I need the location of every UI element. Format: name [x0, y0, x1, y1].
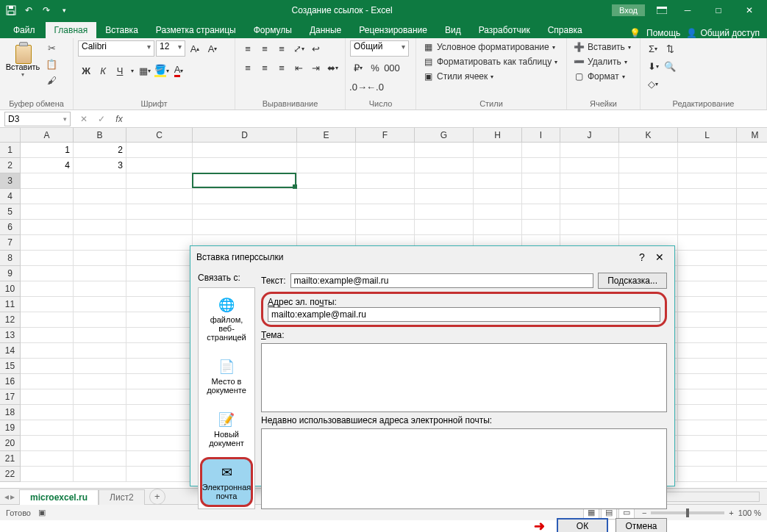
cell-C17[interactable]	[126, 389, 193, 405]
cell-F3[interactable]	[356, 173, 415, 189]
cell-B4[interactable]	[74, 189, 126, 204]
cell-E6[interactable]	[297, 220, 356, 235]
row-header-19[interactable]: 19	[0, 420, 21, 436]
cell-B19[interactable]	[74, 420, 126, 436]
tab-Справка[interactable]: Справка	[539, 22, 591, 38]
sheet-tab-inactive[interactable]: Лист2	[99, 489, 145, 505]
row-header-12[interactable]: 12	[0, 312, 21, 328]
cell-A18[interactable]	[21, 405, 74, 420]
cell-M16[interactable]	[737, 374, 767, 389]
cell-L1[interactable]	[678, 143, 737, 158]
cell-A10[interactable]	[21, 281, 74, 297]
cell-H3[interactable]	[474, 173, 522, 189]
cell-C7[interactable]	[126, 235, 193, 251]
underline-button[interactable]: Ч	[112, 62, 128, 79]
row-header-18[interactable]: 18	[0, 405, 21, 420]
cell-C14[interactable]	[126, 343, 193, 359]
cell-A21[interactable]	[21, 451, 74, 467]
cell-L3[interactable]	[678, 173, 737, 189]
cell-B12[interactable]	[74, 312, 126, 328]
cell-K1[interactable]	[619, 143, 678, 158]
paste-button[interactable]: Вставить ▾	[4, 40, 41, 78]
underline-dropdown-icon[interactable]: ▾	[129, 62, 136, 79]
tab-Разметка страницы[interactable]: Разметка страницы	[147, 22, 245, 38]
cell-J3[interactable]	[560, 173, 619, 189]
row-header-9[interactable]: 9	[0, 266, 21, 281]
cell-M22[interactable]	[737, 467, 767, 482]
cell-B7[interactable]	[74, 235, 126, 251]
increase-decimal-icon[interactable]: .0→	[350, 79, 366, 95]
cell-C1[interactable]	[126, 143, 193, 158]
cell-C8[interactable]	[126, 251, 193, 266]
decrease-indent-icon[interactable]: ⇤	[290, 60, 307, 76]
fx-icon[interactable]: fx	[110, 112, 128, 126]
next-sheet-icon[interactable]: ▸	[10, 492, 15, 502]
cell-I6[interactable]	[522, 220, 560, 235]
tab-Разработчик[interactable]: Разработчик	[470, 22, 539, 38]
cell-D4[interactable]	[193, 189, 297, 204]
tab-Вставка[interactable]: Вставка	[96, 22, 147, 38]
redo-icon[interactable]: ↷	[38, 2, 54, 18]
cell-J6[interactable]	[560, 220, 619, 235]
shrink-font-icon[interactable]: A▾	[204, 40, 221, 57]
cell-I4[interactable]	[522, 189, 560, 204]
email-address-input[interactable]	[268, 307, 660, 322]
cell-D1[interactable]	[193, 143, 297, 158]
prev-sheet-icon[interactable]: ◂	[4, 492, 9, 502]
cell-H1[interactable]	[474, 143, 522, 158]
cut-icon[interactable]: ✂	[44, 40, 59, 55]
cell-D2[interactable]	[193, 158, 297, 173]
col-header-G[interactable]: G	[415, 128, 474, 143]
cell-C9[interactable]	[126, 266, 193, 281]
subject-input[interactable]	[261, 343, 667, 412]
cell-H2[interactable]	[474, 158, 522, 173]
cell-K3[interactable]	[619, 173, 678, 189]
close-icon[interactable]: ✕	[735, 0, 764, 21]
minimize-icon[interactable]: ─	[673, 0, 702, 21]
cell-E1[interactable]	[297, 143, 356, 158]
cell-B15[interactable]	[74, 359, 126, 374]
cell-D6[interactable]	[193, 220, 297, 235]
cell-A1[interactable]: 1	[21, 143, 74, 158]
cell-A20[interactable]	[21, 436, 74, 451]
cell-C18[interactable]	[126, 405, 193, 420]
link-opt-newdoc[interactable]: 📝 Новый документ	[200, 404, 253, 454]
login-button[interactable]: Вход	[612, 4, 645, 16]
cell-B16[interactable]	[74, 374, 126, 389]
cell-B20[interactable]	[74, 436, 126, 451]
cell-F2[interactable]	[356, 158, 415, 173]
fill-color-icon[interactable]: 🪣▾	[154, 62, 170, 79]
delete-cells-button[interactable]: ➖Удалить▾	[571, 55, 629, 68]
conditional-formatting-button[interactable]: ▦Условное форматирование▾	[421, 40, 557, 54]
cell-B1[interactable]: 2	[74, 143, 126, 158]
align-left-icon[interactable]: ≡	[240, 60, 256, 76]
row-header-20[interactable]: 20	[0, 436, 21, 451]
cell-C11[interactable]	[126, 297, 193, 312]
cell-A3[interactable]	[21, 173, 74, 189]
text-to-display-input[interactable]	[290, 273, 594, 288]
undo-icon[interactable]: ↶	[21, 2, 37, 18]
row-header-10[interactable]: 10	[0, 281, 21, 297]
merge-icon[interactable]: ⬌▾	[324, 60, 340, 76]
cell-L11[interactable]	[678, 297, 737, 312]
font-size-select[interactable]: 12	[156, 40, 185, 57]
cell-B21[interactable]	[74, 451, 126, 467]
cell-M9[interactable]	[737, 266, 767, 281]
cell-L19[interactable]	[678, 420, 737, 436]
cell-D5[interactable]	[193, 204, 297, 220]
row-header-13[interactable]: 13	[0, 328, 21, 343]
cell-F5[interactable]	[356, 204, 415, 220]
row-header-21[interactable]: 21	[0, 451, 21, 467]
cell-A14[interactable]	[21, 343, 74, 359]
zoom-in-icon[interactable]: +	[729, 508, 733, 517]
cell-C12[interactable]	[126, 312, 193, 328]
cell-M3[interactable]	[737, 173, 767, 189]
row-header-22[interactable]: 22	[0, 467, 21, 482]
cell-L15[interactable]	[678, 359, 737, 374]
sort-filter-icon[interactable]: ⇅	[662, 40, 678, 57]
enter-formula-icon[interactable]: ✓	[93, 112, 110, 126]
align-middle-icon[interactable]: ≡	[257, 40, 273, 57]
cell-B11[interactable]	[74, 297, 126, 312]
cell-M7[interactable]	[737, 235, 767, 251]
align-top-icon[interactable]: ≡	[240, 40, 256, 57]
